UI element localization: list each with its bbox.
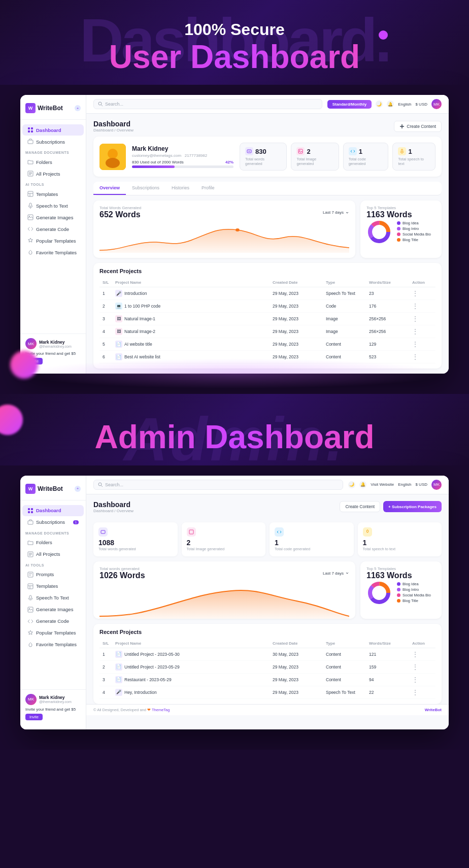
svg-rect-35 [31, 508, 33, 510]
admin-language-selector[interactable]: English [398, 482, 411, 487]
templates-icon [27, 191, 34, 197]
sidebar-item-popular[interactable]: Popular Templates [22, 235, 84, 246]
sidebar-item-favorite[interactable]: Favorite Templates [22, 247, 84, 258]
create-content-button[interactable]: Create Content [394, 121, 442, 132]
table-row: 3 🖼 Natural Image-1 29 May, 2023 Image 2… [99, 313, 436, 325]
admin-sidebar-folders[interactable]: Folders [22, 537, 84, 548]
search-box[interactable]: Search... [93, 99, 322, 109]
chart-period[interactable]: Last 7 days [323, 210, 349, 215]
admin-create-button[interactable]: Create Content [340, 501, 380, 512]
admin-stat-images: 2 Total Image generated [182, 522, 266, 556]
admin-sidebar-favorite[interactable]: Favorite Templates [22, 639, 84, 650]
templates-chart-label: Top 5 Templates [366, 206, 436, 210]
sidebar-item-dashboard[interactable]: Dashboard [22, 124, 84, 136]
admin-sidebar-speech[interactable]: Speech To Text [22, 592, 84, 604]
stat-speech: 1 Total speech to text [392, 143, 436, 171]
admin-sidebar-badge: + [75, 486, 81, 492]
recent-projects: Recent Projects S/L Project Name Created… [93, 263, 442, 369]
user-dashboard-ui: W WriteBot + Dashboard Subscriptions MAN… [20, 95, 449, 374]
currency-selector[interactable]: $ USD [415, 102, 427, 107]
admin-sidebar-code[interactable]: Generate Code [22, 616, 84, 627]
footer-heart-icon: ❤ [147, 708, 152, 712]
admin-row-action-3[interactable]: ⋮ [412, 676, 432, 683]
folders-icon [27, 159, 34, 165]
admin-currency-selector[interactable]: $ USD [415, 482, 427, 487]
admin-user-avatar: MK [25, 694, 37, 705]
subscription-packages-button[interactable]: + Subscription Packages [383, 501, 442, 512]
sidebar-item-speech[interactable]: Speech to Text [22, 200, 84, 211]
admin-invite-button[interactable]: Invite [25, 714, 43, 720]
tab-profile[interactable]: Profile [195, 182, 221, 195]
visit-website-btn[interactable]: Visit Website [371, 482, 394, 487]
hero-section: Dashboard. 100% Secure User Dashboard [0, 0, 469, 85]
admin-search-icon [98, 482, 103, 487]
language-selector[interactable]: English [398, 102, 411, 107]
row-action-5[interactable]: ⋮ [412, 341, 432, 348]
admin-popular-icon [27, 630, 34, 636]
sidebar-item-templates[interactable]: Templates [22, 188, 84, 199]
sidebar-item-code[interactable]: Generate Code [22, 223, 84, 235]
bell-icon[interactable]: 🔔 [387, 101, 394, 108]
svg-rect-3 [31, 130, 33, 132]
admin-images-icon [27, 607, 34, 613]
sidebar-item-subscriptions[interactable]: Subscriptions [22, 136, 84, 147]
section-manage-docs: MANAGE DOCUMENTS [20, 148, 86, 156]
th-sl: S/L [103, 280, 113, 285]
admin-sidebar-projects[interactable]: All Projects [22, 549, 84, 560]
sidebar-item-images[interactable]: Generate Images [22, 212, 84, 223]
admin-sidebar-subs[interactable]: Subscriptions 1 [22, 517, 84, 528]
admin-speech-number: 1 [363, 539, 437, 547]
admin-sidebar-templates[interactable]: Templates [22, 581, 84, 592]
row-action[interactable]: ⋮ [412, 290, 432, 297]
moon-icon[interactable]: 🌙 [376, 101, 383, 108]
svg-line-17 [102, 105, 103, 107]
admin-row-action-2[interactable]: ⋮ [412, 663, 432, 671]
topbar-avatar[interactable]: MK [431, 99, 442, 109]
admin-chart-period[interactable]: Last 7 days [323, 571, 349, 576]
legend-dot-blog-title [397, 238, 400, 242]
tab-subscriptions[interactable]: Subscriptions [126, 182, 165, 195]
admin-sidebar: W WriteBot + Dashboard Subscriptions 1 M… [20, 476, 86, 729]
admin-sidebar-dashboard[interactable]: Dashboard [22, 505, 84, 516]
admin-sidebar-label-subs: Subscriptions [36, 519, 65, 525]
chevron-down-icon [345, 211, 349, 215]
tab-histories[interactable]: Histories [165, 182, 195, 195]
sidebar-item-folders[interactable]: Folders [22, 156, 84, 168]
admin-sidebar-popular[interactable]: Popular Templates [22, 627, 84, 639]
tab-overview[interactable]: Overview [93, 182, 126, 195]
admin-words-chart-card: Total words generated 1026 Words Last 7 … [93, 561, 355, 619]
row-action-4[interactable]: ⋮ [412, 328, 432, 335]
images-stat-icon [296, 147, 305, 155]
admin-code-number: 1 [275, 539, 349, 547]
admin-topbar-avatar[interactable]: MK [431, 480, 442, 490]
admin-bell-icon[interactable]: 🔔 [359, 481, 366, 488]
admin-sidebar-label-projects: All Projects [36, 551, 60, 557]
subs-badge: 1 [73, 520, 79, 524]
admin-row-action-1[interactable]: ⋮ [412, 651, 432, 658]
admin-folders-icon [27, 540, 34, 546]
admin-words-number: 1088 [98, 539, 173, 547]
admin-stat-words: 1088 Total words generated [93, 522, 178, 556]
standard-monthly-button[interactable]: Standard/Monthly [327, 100, 372, 109]
usage-percent: 42% [225, 160, 233, 164]
row-action-2[interactable]: ⋮ [412, 303, 432, 310]
tabs-container: Overview Subscriptions Histories Profile [93, 182, 442, 195]
images-stat-number: 2 [307, 148, 310, 155]
admin-sidebar-images[interactable]: Generate Images [22, 604, 84, 615]
admin-row-action-4[interactable]: ⋮ [412, 689, 432, 696]
popular-icon [27, 238, 34, 244]
row-action-3[interactable]: ⋮ [412, 315, 432, 322]
admin-project-icon-2: 📄 [115, 663, 122, 671]
admin-search-box[interactable]: Search... [93, 480, 343, 490]
admin-moon-icon[interactable]: 🌙 [348, 481, 355, 488]
sidebar-item-projects[interactable]: All Projects [22, 168, 84, 179]
admin-images-number: 2 [187, 539, 261, 547]
admin-templates-label: Top 5 Templates [366, 566, 436, 571]
admin-user-info: Mark Kidney @themarkidney.com [39, 695, 72, 704]
admin-sidebar-prompts[interactable]: Prompts [22, 569, 84, 580]
sidebar-label-popular: Popular Templates [36, 238, 76, 244]
table-header: S/L Project Name Created Date Type Words… [99, 278, 436, 287]
admin-th-action: Action [412, 641, 432, 646]
admin-projects-title: Recent Projects [99, 629, 436, 635]
row-action-6[interactable]: ⋮ [412, 353, 432, 360]
